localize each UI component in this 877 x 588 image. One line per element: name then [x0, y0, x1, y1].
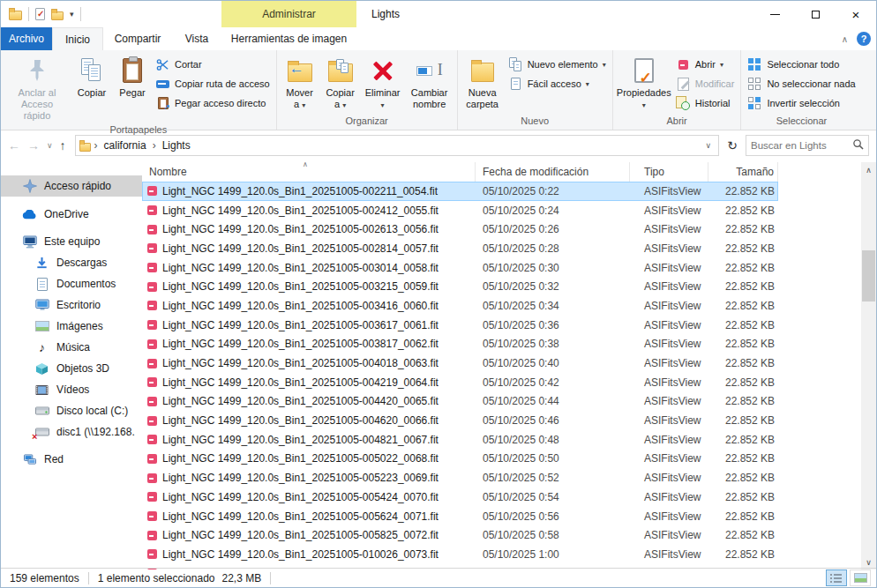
sidebar-item-network-drive-disc1[interactable]: × disc1 (\\192.168.: [1, 421, 142, 443]
file-row[interactable]: Light_NGC 1499_120.0s_Bin1_20251005-0028…: [142, 239, 778, 258]
paste-button[interactable]: Pegar: [113, 52, 152, 123]
tab-vista[interactable]: Vista: [172, 27, 221, 50]
qat-properties-icon[interactable]: [35, 8, 45, 20]
copy-path-button[interactable]: Copiar ruta de acceso: [155, 74, 270, 93]
back-icon[interactable]: ←: [8, 138, 20, 153]
column-header-tamano[interactable]: Tamaño: [708, 162, 778, 182]
history-button[interactable]: Historial: [676, 93, 735, 113]
copy-button[interactable]: Copiar: [71, 52, 113, 123]
file-row[interactable]: Light_NGC 1499_120.0s_Bin1_20251005-0048…: [142, 430, 778, 450]
scroll-up-icon[interactable]: ∧: [861, 162, 876, 177]
maximize-button[interactable]: [795, 1, 836, 27]
fits-file-icon: [147, 492, 157, 502]
paste-shortcut-button[interactable]: Pegar acceso directo: [155, 93, 270, 113]
file-row[interactable]: Light_NGC 1499_120.0s_Bin1_20251005-0038…: [142, 335, 778, 354]
file-name-cell: Light_NGC 1499_120.0s_Bin1_20251005-0036…: [142, 319, 476, 331]
file-row[interactable]: Light_NGC 1499_120.0s_Bin1_20251005-0058…: [142, 525, 778, 545]
fits-file-icon: [147, 473, 157, 483]
details-view-button[interactable]: [826, 569, 847, 586]
sidebar-item-music[interactable]: ♪ Música: [1, 337, 142, 358]
hard-drive-icon: [34, 404, 49, 419]
file-row[interactable]: Light_NGC 1499_120.0s_Bin1_20251005-0046…: [142, 411, 778, 430]
sidebar-item-network[interactable]: Red: [1, 449, 142, 470]
invert-selection-button[interactable]: Invertir selección: [747, 93, 855, 113]
select-none-button[interactable]: No seleccionar nada: [747, 74, 855, 93]
thumbnails-view-button[interactable]: [850, 569, 871, 586]
fits-file-icon: [147, 377, 157, 387]
refresh-icon[interactable]: ↻: [723, 135, 742, 156]
close-button[interactable]: ×: [836, 1, 876, 27]
file-row[interactable]: Light_NGC 1499_120.0s_Bin1_20251005-0036…: [142, 316, 778, 335]
picture-icon: [34, 319, 49, 334]
file-row[interactable]: Light_NGC 1499_120.0s_Bin1_20251005-0040…: [142, 354, 778, 373]
tab-archivo[interactable]: Archivo: [1, 27, 52, 50]
qat-customize-caret-icon[interactable]: ▾: [70, 10, 74, 19]
rename-button[interactable]: I Cambiar nombre: [405, 52, 454, 115]
column-header-tipo[interactable]: Tipo: [630, 162, 708, 182]
sidebar-item-onedrive[interactable]: OneDrive: [1, 204, 142, 225]
open-button[interactable]: Abrir ▾: [676, 55, 735, 74]
breadcrumb-lights[interactable]: Lights: [160, 139, 193, 152]
copy-to-button[interactable]: Copiar a ▾: [320, 52, 361, 115]
new-folder-button[interactable]: Nueva carpeta: [461, 52, 505, 115]
file-row[interactable]: Light_NGC 1499_120.0s_Bin1_20251005-0024…: [142, 201, 778, 220]
search-input[interactable]: [751, 140, 852, 151]
column-header-nombre[interactable]: Nombre: [142, 162, 476, 182]
dropdown-caret-icon: ▾: [381, 100, 385, 111]
qat-new-folder-icon[interactable]: [51, 11, 64, 20]
modify-button[interactable]: Modificar: [676, 74, 735, 93]
file-row[interactable]: Light_NGC 1499_120.0s_Bin1_20251005-0026…: [142, 220, 778, 239]
easy-access-button[interactable]: Fácil acceso ▾: [508, 74, 606, 93]
recent-locations-caret-icon[interactable]: ∨: [47, 141, 53, 150]
move-to-button[interactable]: ← Mover a ▾: [280, 52, 320, 115]
sidebar-item-local-disk-c[interactable]: Disco local (C:): [1, 400, 142, 421]
ribbon-group-organize: ← Mover a ▾ Copiar a ▾ Eliminar ▾: [277, 50, 458, 130]
file-row[interactable]: Light_NGC 1499_120.0s_Bin1_20251005-0030…: [142, 258, 778, 278]
sidebar-item-documents[interactable]: Documentos: [1, 273, 142, 294]
file-row[interactable]: Light_NGC 1499_120.0s_Bin1_20251005-0034…: [142, 296, 778, 316]
file-row[interactable]: Light_NGC 1499_120.0s_Bin1_20251005-0050…: [142, 450, 778, 469]
tab-compartir[interactable]: Compartir: [103, 27, 172, 50]
file-name-cell: Light_NGC 1499_120.0s_Bin1_20251005-0046…: [142, 414, 476, 427]
pin-to-quick-access-button[interactable]: Anclar al Acceso rápido: [4, 52, 71, 123]
cut-button[interactable]: Cortar: [155, 55, 270, 74]
breadcrumb-california[interactable]: california: [101, 139, 149, 152]
column-header-fecha[interactable]: Fecha de modificación: [476, 162, 630, 182]
properties-button[interactable]: Propiedades ▾: [616, 52, 672, 115]
sidebar-item-videos[interactable]: Vídeos: [1, 379, 142, 400]
scrollbar-thumb[interactable]: [862, 250, 875, 301]
file-row[interactable]: Light_NGC 1499_120.0s_Bin1_20251005-0022…: [142, 182, 778, 201]
sidebar-item-3d-objects[interactable]: Objetos 3D: [1, 358, 142, 379]
file-row[interactable]: Light_NGC 1499_120.0s_Bin1_20251005-0044…: [142, 392, 778, 412]
file-row[interactable]: Light_NGC 1499_120.0s_Bin1_20251005-0054…: [142, 488, 778, 507]
fits-file-icon: [147, 320, 157, 330]
sidebar-item-desktop[interactable]: Escritorio: [1, 294, 142, 316]
up-icon[interactable]: ↑: [60, 138, 66, 153]
file-row[interactable]: Light_NGC 1499_120.0s_Bin1_20251005-0100…: [142, 545, 778, 564]
file-type: ASIFitsView: [630, 357, 708, 369]
sidebar-item-pictures[interactable]: Imágenes: [1, 316, 142, 337]
address-dropdown-caret-icon[interactable]: ∨: [701, 141, 715, 150]
search-icon[interactable]: [852, 138, 864, 153]
select-all-button[interactable]: Seleccionar todo: [747, 55, 855, 74]
file-row[interactable]: Light_NGC 1499_120.0s_Bin1_20251005-0056…: [142, 507, 778, 526]
vertical-scrollbar[interactable]: ∧ ∨: [861, 162, 876, 569]
collapse-ribbon-icon[interactable]: ∧: [842, 34, 848, 44]
new-item-button[interactable]: Nuevo elemento ▾: [508, 55, 606, 74]
tab-herramientas-de-imagen[interactable]: Herramientas de imagen: [221, 27, 356, 50]
file-date: 05/10/2025 0:54: [476, 491, 630, 503]
sidebar-item-downloads[interactable]: Descargas: [1, 252, 142, 273]
tab-inicio[interactable]: Inicio: [52, 27, 103, 50]
address-bar[interactable]: › california › Lights ∨: [75, 135, 719, 156]
file-row[interactable]: Light_NGC 1499_120.0s_Bin1_20251005-0052…: [142, 468, 778, 488]
copy-path-icon: [155, 77, 170, 92]
minimize-button[interactable]: [754, 1, 795, 27]
delete-button[interactable]: Eliminar ▾: [361, 52, 405, 115]
help-icon[interactable]: ?: [857, 32, 871, 46]
sidebar-item-this-pc[interactable]: Este equipo: [1, 231, 142, 252]
sidebar-item-quick-access[interactable]: Acceso rápido: [1, 175, 142, 197]
forward-icon[interactable]: →: [27, 138, 40, 153]
dropdown-caret-icon: ▾: [720, 61, 723, 69]
file-row[interactable]: Light_NGC 1499_120.0s_Bin1_20251005-0032…: [142, 277, 778, 296]
file-row[interactable]: Light_NGC 1499_120.0s_Bin1_20251005-0042…: [142, 373, 778, 392]
